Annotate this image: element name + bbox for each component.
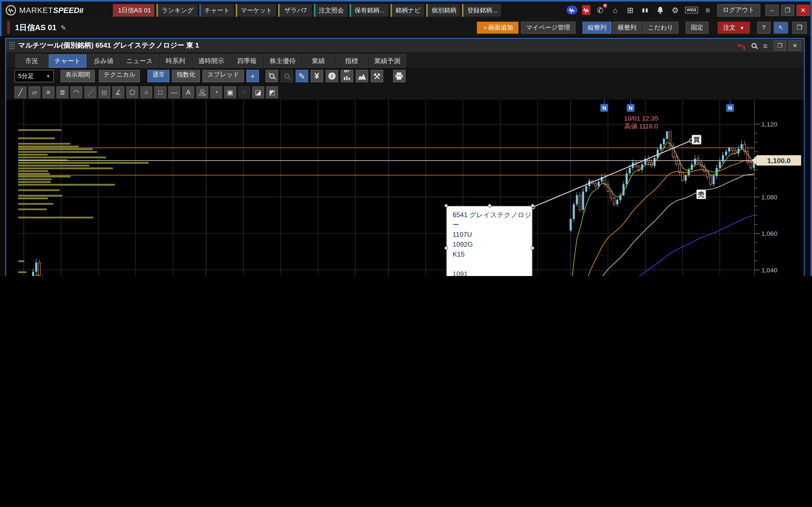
area-chart-icon[interactable] [356, 70, 368, 82]
display-period-button[interactable]: 表示期間 [61, 70, 95, 82]
chart-note-annotation[interactable]: 6541 グレイステクノロジー1107U1092GK1510911103K12 [446, 206, 532, 276]
printer-icon[interactable] [393, 70, 405, 82]
trade-marker[interactable]: 売 [696, 189, 706, 199]
menu-icon[interactable]: ≡ [703, 5, 713, 15]
wrench-icon[interactable]: ⚒ [371, 70, 383, 82]
window-tab-6[interactable]: 適時開示 [193, 54, 230, 68]
fixed-button[interactable]: 固定 [686, 21, 709, 33]
order-button[interactable]: 注文▼ [718, 21, 750, 33]
selection-handle[interactable] [488, 204, 491, 208]
drag-handle-icon[interactable] [9, 41, 15, 50]
close-button[interactable]: ✕ [797, 4, 810, 16]
vertical-align-button[interactable]: 縦整列 [582, 21, 612, 33]
yen-axis-icon[interactable]: ¥ [311, 70, 323, 82]
popout-button[interactable]: ❐ [792, 21, 807, 33]
eraser-all-icon[interactable]: ◩ [266, 86, 278, 98]
pentagon-icon[interactable]: ⬠ [126, 86, 138, 98]
panels-icon[interactable]: ▮▮ [640, 5, 651, 15]
kodawari-button[interactable]: こだわり [643, 21, 678, 33]
horizontal-align-button[interactable]: 横整列 [613, 21, 642, 33]
top-tab-10[interactable]: 登録銘柄... [462, 3, 502, 17]
news-marker[interactable]: N [600, 100, 608, 112]
text-icon[interactable]: A [183, 86, 194, 98]
window-tab-4[interactable]: ニュース [121, 54, 158, 68]
top-tab-8[interactable]: 銘柄ナビ [390, 3, 424, 17]
window-menu-icon[interactable]: ≡ [763, 41, 767, 50]
window-tab-5[interactable]: 時系列 [159, 54, 192, 68]
window-restore-button[interactable]: ❐ [774, 40, 786, 51]
window-tab-8[interactable]: 株主優待 [264, 54, 301, 68]
news-marker[interactable]: N [627, 100, 635, 112]
selection-handle[interactable] [531, 204, 535, 208]
timeframe-select[interactable]: 5分足▼ [14, 70, 54, 82]
eraser-icon[interactable]: ◪ [252, 86, 264, 98]
draw-pencil-icon[interactable]: ✎ [296, 70, 308, 82]
top-tab-4[interactable]: マーケット [236, 3, 276, 17]
candlestick-chart[interactable]: NNN買売9801,0001,0201,0401,0601,0801,1001,… [6, 100, 800, 276]
trend-line[interactable] [531, 139, 693, 209]
top-tab-1[interactable]: 1日信AS 01 [113, 3, 155, 17]
bell-icon[interactable] [655, 5, 665, 15]
window-close-button[interactable]: ✕ [789, 40, 801, 51]
time-adjust-icon[interactable]: ◔ [210, 86, 222, 98]
vlines-icon[interactable]: ||| [98, 86, 110, 98]
angle-fan-icon[interactable]: ∠ [112, 86, 124, 98]
trade-marker[interactable]: 買 [692, 135, 701, 144]
stamp-icon[interactable]: ☺ICON [196, 86, 208, 98]
indexed-mode-button[interactable]: 指数化 [172, 70, 200, 82]
selection-handle[interactable] [444, 246, 448, 249]
logout-button[interactable]: ログアウト [717, 4, 760, 16]
window-tab-10[interactable]: 指標 [336, 54, 368, 68]
normal-mode-button[interactable]: 通常 [148, 70, 169, 82]
spread-mode-button[interactable]: スプレッド [203, 70, 244, 82]
symbol-search-icon[interactable] [752, 41, 757, 50]
top-tab-6[interactable]: 注文照会 [314, 3, 348, 17]
help-button[interactable]: ? [757, 21, 770, 33]
marketspeed-blue-icon[interactable] [566, 6, 577, 14]
chart-area[interactable]: NNN買売9801,0001,0201,0401,0601,0801,1001,… [6, 100, 804, 276]
copy-icon[interactable]: ▣ [224, 86, 236, 98]
window-titlebar[interactable]: マルチツール(個別銘柄) 6541 グレイステクノロジー 東 1 ∞1 ≡ ❐ … [6, 39, 804, 52]
top-tab-3[interactable]: チャート [199, 3, 234, 17]
technical-button[interactable]: テクニカル [99, 70, 140, 82]
window-tab-7[interactable]: 四季報 [231, 54, 263, 68]
mobile-news-icon[interactable]: ✆N [595, 5, 605, 15]
rect-icon[interactable]: □ [154, 86, 166, 98]
info-icon[interactable]: i [326, 70, 338, 82]
add-window-icon[interactable]: ⊞ [625, 5, 636, 15]
window-tab-9[interactable]: 業績 [302, 54, 335, 68]
minimize-button[interactable]: – [765, 4, 779, 16]
mypage-manage-button[interactable]: マイページ管理 [521, 21, 575, 33]
settings-gear-icon[interactable]: ⚙ [670, 5, 680, 15]
top-tab-7[interactable]: 保有銘柄... [349, 3, 389, 17]
quick-cursor-button[interactable]: ↖ [774, 21, 788, 33]
top-tab-5[interactable]: ザラバ7 [278, 3, 312, 17]
web-icon[interactable]: WEB [685, 7, 698, 13]
marketspeed-red-icon[interactable] [582, 5, 590, 15]
hline-icon[interactable]: — [168, 86, 180, 98]
hlines4-icon[interactable]: ≣ [56, 86, 68, 98]
window-tab-1[interactable]: 市況 [15, 54, 48, 68]
window-tab-2[interactable]: チャート [49, 54, 87, 68]
window-tab-3[interactable]: 歩み値 [87, 54, 119, 68]
trendline-icon[interactable]: ╱ [14, 86, 26, 98]
home-icon[interactable]: ⌂ [610, 5, 620, 15]
edit-page-name-icon[interactable]: ✎ [61, 24, 66, 32]
top-tab-2[interactable]: ランキング [156, 3, 198, 17]
top-tab-9[interactable]: 個別銘柄 [426, 3, 460, 17]
window-tab-11[interactable]: 業績予測 [368, 54, 406, 68]
news-marker[interactable]: N [726, 100, 734, 112]
add-screen-button[interactable]: ＋画面追加 [477, 21, 518, 33]
restore-button[interactable]: ❐ [781, 4, 795, 16]
hlines3-icon[interactable]: ≡ [43, 86, 54, 98]
selection-handle[interactable] [531, 246, 535, 249]
ruler-icon[interactable]: ▱ [29, 86, 40, 98]
zoom-in-icon[interactable]: + [266, 70, 278, 82]
selection-handle[interactable] [444, 204, 448, 208]
link-group-icon[interactable]: ∞1 [738, 41, 746, 50]
fib-arc-icon[interactable]: ◠ [70, 86, 82, 98]
fan-lines-icon[interactable]: ⋰ [84, 86, 96, 98]
add-chart-icon[interactable]: ＋ [246, 70, 259, 82]
my-chart-icon[interactable]: MY [341, 70, 353, 82]
ellipse-icon[interactable]: ○ [140, 86, 152, 98]
